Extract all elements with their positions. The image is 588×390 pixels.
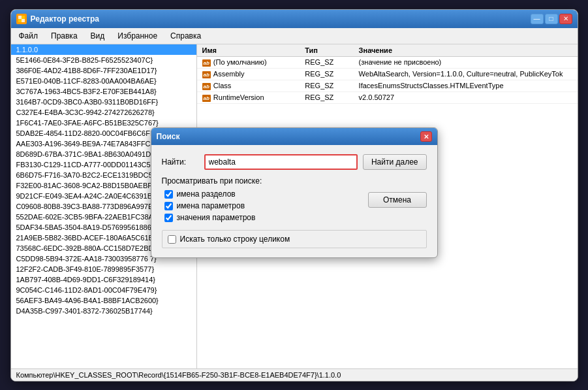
window-title: Редактор реестра	[31, 14, 99, 24]
checkbox-row-params: имена параметров	[162, 201, 363, 210]
maximize-button[interactable]: □	[545, 14, 558, 24]
cell-type: REG_SZ	[300, 80, 353, 91]
cell-type: REG_SZ	[300, 68, 353, 80]
checkbox-whole-string[interactable]	[168, 235, 176, 244]
tree-item[interactable]: 3C767A-1963-4BC5-B3F2-E70F3EB441A8}	[11, 86, 196, 97]
tree-item[interactable]: E571E0-040B-11CF-8283-00AA004BA6AE}	[11, 76, 196, 86]
menu-bar: ФайлПравкаВидИзбранноеСправка	[11, 28, 578, 44]
table-row[interactable]: abRuntimeVersionREG_SZv2.0.50727	[197, 91, 578, 103]
find-input-wrap	[204, 154, 358, 170]
cell-name: abAssembly	[197, 68, 300, 80]
values-table: Имя Тип Значение ab(По умолчанию)REG_SZ(…	[197, 44, 578, 104]
tree-item[interactable]: 9C054C-C146-11D2-8AD1-00C04F79E479}	[11, 285, 196, 295]
cell-name: ab(По умолчанию)	[197, 56, 300, 68]
title-bar: Редактор реестра — □ ✕	[11, 10, 578, 28]
tree-item[interactable]: 1AB797-408B-4D69-9DD1-C6F329189414}	[11, 274, 196, 285]
dialog-title-text: Поиск	[157, 132, 180, 141]
checkbox-section-names-label: имена разделов	[177, 189, 236, 199]
minimize-button[interactable]: —	[531, 14, 544, 24]
cell-value: IfacesEnumsStructsClasses.HTMLEventType	[354, 80, 578, 91]
window-close-button[interactable]: ✕	[559, 14, 572, 24]
col-value: Значение	[354, 44, 578, 57]
type-icon: ab	[202, 95, 211, 102]
cell-type: REG_SZ	[300, 91, 353, 103]
cell-value: (значение не присвоено)	[354, 56, 578, 68]
title-bar-left: Редактор реестра	[16, 14, 99, 24]
tree-item[interactable]: 1F6C41-7AE0-3FAE-A6FC-B51BE325C767}	[11, 118, 196, 128]
registry-editor-window: Редактор реестра — □ ✕ ФайлПравкаВидИзбр…	[10, 9, 578, 382]
table-row[interactable]: ab(По умолчанию)REG_SZ(значение не присв…	[197, 56, 578, 68]
cell-name: abRuntimeVersion	[197, 91, 300, 103]
find-row: Найти: Найти далее	[162, 154, 427, 170]
checkbox-row-values: значения параметров	[162, 213, 363, 222]
type-icon: ab	[202, 71, 211, 78]
cancel-button[interactable]: Отмена	[368, 192, 427, 208]
checkbox-param-names[interactable]	[164, 202, 173, 210]
tree-item[interactable]: 386F0E-4AD2-41B8-8D6F-7FF230AE1D17}	[11, 65, 196, 76]
col-name: Имя	[197, 44, 300, 57]
search-options-label: Просматривать при поиске:	[162, 176, 427, 186]
svg-rect-0	[18, 16, 22, 19]
tree-item[interactable]: C327E4-E4BA-3C3C-9942-274272626278}	[11, 107, 196, 118]
whole-string-row: Искать только строку целиком	[162, 230, 427, 248]
tree-item[interactable]: 56AEF3-BA49-4A96-B4A1-B8BF1ACB2600}	[11, 295, 196, 306]
menu-item-файл[interactable]: Файл	[16, 30, 41, 42]
title-controls: — □ ✕	[531, 14, 572, 24]
dialog-body: Найти: Найти далее Просматривать при пои…	[151, 145, 437, 257]
table-row[interactable]: abAssemblyREG_SZWebAltaSearch, Version=1…	[197, 68, 578, 80]
menu-item-вид[interactable]: Вид	[88, 30, 108, 42]
type-icon: ab	[202, 59, 211, 67]
registry-icon	[16, 14, 27, 24]
svg-rect-2	[18, 19, 22, 22]
table-row[interactable]: abClassREG_SZIfacesEnumsStructsClasses.H…	[197, 80, 578, 91]
table-header-row: Имя Тип Значение	[197, 44, 578, 57]
whole-string-label: Искать только строку целиком	[180, 235, 290, 244]
menu-item-избранное[interactable]: Избранное	[115, 30, 160, 42]
menu-item-правка[interactable]: Правка	[48, 30, 80, 42]
cell-type: REG_SZ	[300, 56, 353, 68]
checkbox-param-values[interactable]	[164, 214, 173, 222]
svg-rect-3	[22, 19, 25, 22]
search-options: Просматривать при поиске: имена разделов…	[162, 176, 427, 225]
type-icon: ab	[202, 83, 211, 90]
checkbox-section-names[interactable]	[164, 190, 173, 199]
dialog-title-bar: Поиск ✕	[151, 128, 437, 145]
tree-item[interactable]: 12F2F2-CADB-3F49-810E-7899895F3577}	[11, 264, 196, 274]
status-text: Компьютер\HKEY_CLASSES_ROOT\Record\{1514…	[16, 371, 341, 379]
col-type: Тип	[300, 44, 353, 57]
search-dialog: Поиск ✕ Найти: Найти далее Просматривать…	[151, 127, 438, 258]
find-input[interactable]	[204, 154, 358, 170]
find-label: Найти:	[162, 157, 204, 167]
svg-rect-1	[22, 16, 25, 19]
status-bar: Компьютер\HKEY_CLASSES_ROOT\Record\{1514…	[11, 368, 578, 381]
tree-item[interactable]: 3164B7-0CD9-3BC0-A3B0-9311B0BD16FF}	[11, 97, 196, 107]
tree-item[interactable]: 1.1.0.0	[11, 44, 196, 55]
cell-value: WebAltaSearch, Version=1.1.0.0, Culture=…	[354, 68, 578, 80]
checkbox-row-sections: имена разделов	[162, 189, 363, 199]
menu-item-справка[interactable]: Справка	[168, 30, 204, 42]
main-wrapper: 1.1.0.05E1466-0E84-3F2B-B825-F6525523407…	[11, 44, 578, 381]
find-next-button[interactable]: Найти далее	[363, 154, 427, 170]
cell-value: v2.0.50727	[354, 91, 578, 103]
dialog-close-button[interactable]: ✕	[420, 131, 432, 142]
cell-name: abClass	[197, 80, 300, 91]
checkbox-param-values-label: значения параметров	[177, 213, 256, 222]
checkbox-param-names-label: имена параметров	[177, 201, 245, 210]
tree-item[interactable]: 5E1466-0E84-3F2B-B825-F6525523407C}	[11, 55, 196, 65]
tree-item[interactable]: D4A35B-C997-3401-8372-736025B17744}	[11, 306, 196, 316]
